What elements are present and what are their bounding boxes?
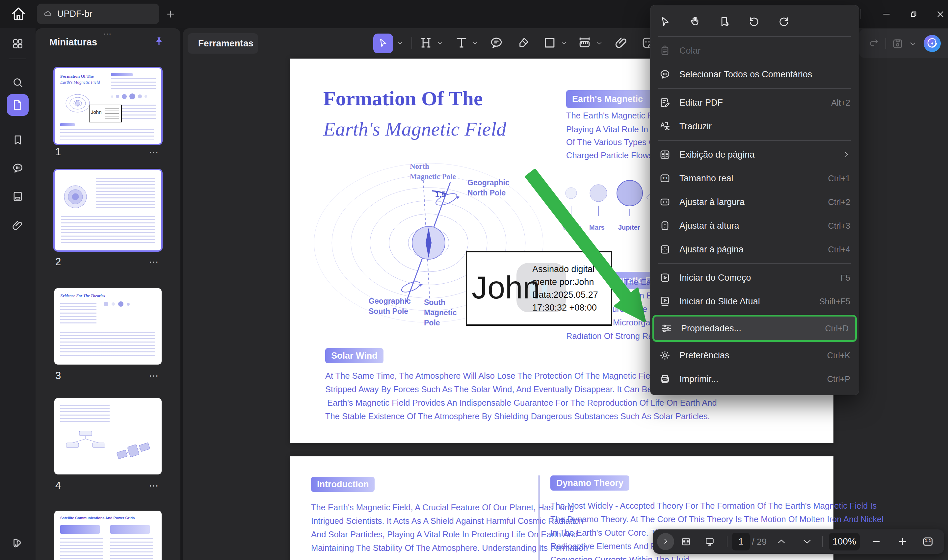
thumbnail-page-2[interactable]	[54, 170, 162, 251]
signature-info-line: Data:2025.05.27	[532, 289, 598, 302]
bookmark-icon[interactable]	[12, 134, 24, 146]
home-icon	[10, 5, 27, 22]
close-button[interactable]	[936, 9, 945, 19]
zoom-in-icon[interactable]	[897, 536, 908, 547]
menu-item-shortcut: Ctrl+4	[828, 245, 850, 254]
save-icon[interactable]	[891, 37, 904, 50]
signature-info: Assinado digital mente por:John Data:202…	[532, 263, 598, 314]
menu-item-shortcut: Ctrl+D	[825, 324, 849, 333]
signature-annotation[interactable]: u John Assinado digital mente por:John D…	[466, 251, 612, 326]
chevron-down-icon[interactable]	[396, 40, 404, 47]
window-controls	[860, 0, 948, 28]
comment-tool-icon[interactable]	[489, 35, 504, 50]
expand-button[interactable]	[657, 533, 674, 550]
bookmark-add-icon[interactable]	[718, 15, 731, 28]
menu-item-preferences[interactable]: Preferências Ctrl+K	[650, 343, 859, 367]
page-more-button[interactable]: ⋯	[149, 480, 159, 491]
menu-item-label: Iniciar do Começo	[680, 273, 841, 283]
highlighter-tool-icon[interactable]	[516, 35, 530, 50]
ai-swirl-icon	[923, 35, 941, 52]
hand-icon[interactable]	[689, 15, 701, 28]
attachment-icon[interactable]	[12, 219, 24, 232]
menu-item-page-display[interactable]: Exibição de página	[650, 143, 859, 166]
thumbnail-page-3[interactable]: Evidence For The Theories	[54, 288, 162, 365]
section-badge: Earth's Magnetic	[566, 90, 658, 108]
cursor-icon	[378, 37, 389, 49]
select-tool-button-active[interactable]	[373, 34, 393, 53]
minimize-button[interactable]	[882, 9, 891, 19]
new-tab-button[interactable]	[165, 9, 176, 19]
menu-item-properties-highlighted[interactable]: Propriedades... Ctrl+D	[650, 313, 859, 343]
shapes-tool-icon[interactable]	[543, 35, 557, 50]
home-button[interactable]	[10, 5, 27, 22]
menu-item-fit-page[interactable]: Ajustar à página Ctrl+4	[650, 238, 859, 261]
chevron-down-icon[interactable]	[560, 40, 567, 47]
zoom-out-icon[interactable]	[871, 536, 882, 547]
diagram-label-north-magnetic: North Magnetic Pole	[410, 161, 456, 182]
attach-file-tool-icon[interactable]	[614, 35, 629, 50]
rotate-left-icon[interactable]	[748, 15, 760, 28]
doc-text-line: Intrigued Scientists. It Acts As A Shiel…	[311, 516, 584, 526]
comment-icon[interactable]	[12, 162, 24, 174]
menu-item-fit-width[interactable]: Ajustar à largura Ctrl+2	[650, 190, 859, 214]
select-cursor-icon[interactable]	[659, 15, 672, 28]
tools-button[interactable]: Ferramentas	[188, 33, 258, 54]
menu-item-edit-pdf[interactable]: Editar PDF Alt+2	[650, 91, 859, 114]
chevron-down-icon[interactable]	[436, 40, 444, 47]
presentation-icon[interactable]	[704, 536, 715, 547]
menu-item-print[interactable]: Imprimir... Ctrl+P	[650, 367, 859, 391]
page-layout-icon[interactable]	[681, 536, 691, 547]
comment-icon	[659, 68, 671, 80]
heading-tool-icon[interactable]	[419, 35, 433, 50]
menu-item-start-from-current-slide[interactable]: Iniciar do Slide Atual Shift+F5	[650, 289, 859, 313]
divider	[860, 9, 861, 19]
menu-item-paste[interactable]: Colar	[650, 39, 859, 63]
text-lines	[96, 178, 155, 208]
redo-icon[interactable]	[868, 37, 880, 50]
properties-row[interactable]: Propriedades... Ctrl+D	[652, 315, 857, 342]
page-number-input[interactable]: 1	[732, 533, 750, 551]
menu-item-label: Editar PDF	[680, 98, 831, 108]
page-thumbnails-icon	[12, 99, 24, 111]
actual-size-button[interactable]: 1:1	[922, 535, 934, 548]
chevron-down-icon[interactable]	[596, 40, 603, 47]
chevron-down-icon[interactable]	[472, 40, 479, 47]
menu-item-translate[interactable]: Traduzir	[650, 114, 859, 138]
measure-tool-icon[interactable]	[577, 35, 592, 50]
thumbnail-page-5[interactable]: Satellite Communications And Power Grids	[54, 511, 162, 560]
menu-item-label: Colar	[680, 46, 850, 56]
zoom-level[interactable]: 100%	[829, 533, 860, 551]
menu-item-shortcut: Ctrl+P	[827, 374, 850, 384]
updf-ai-button[interactable]	[923, 35, 941, 52]
menu-item-select-all-comments[interactable]: Selecionar Todos os Comentários	[650, 63, 859, 86]
apps-grid-icon[interactable]	[12, 37, 24, 50]
menu-item-actual-size[interactable]: 1:1 Tamanho real Ctrl+1	[650, 166, 859, 190]
pin-icon[interactable]	[153, 35, 165, 48]
sidebar-item-thumbnails-active[interactable]	[7, 94, 29, 116]
text-lines	[61, 216, 155, 243]
mini-satellite	[114, 434, 153, 467]
page-number: 2	[55, 256, 61, 268]
color-swatches-icon[interactable]	[12, 537, 24, 549]
page-more-button[interactable]: ⋯	[149, 370, 159, 382]
chevron-down-icon[interactable]	[802, 536, 812, 547]
text-tool-icon[interactable]	[454, 35, 469, 50]
section-badge: Dynamo Theory	[550, 475, 629, 491]
page-more-button[interactable]: ⋯	[149, 256, 159, 268]
slideshow-icon[interactable]	[12, 190, 24, 203]
thumbnail-page-4[interactable]	[54, 398, 162, 474]
chevron-up-icon[interactable]	[776, 536, 787, 547]
thumbnail-page-1[interactable]: Formation Of The Earth's Magnetic Field …	[54, 68, 162, 144]
thumbnails-panel: ⋯ Miniaturas Formation Of The Earth's Ma…	[35, 28, 180, 560]
menu-item-start-from-beginning[interactable]: Iniciar do Começo F5	[650, 266, 859, 289]
restore-button[interactable]	[908, 9, 919, 19]
document-tab[interactable]: UPDF-br	[37, 4, 159, 24]
rotate-right-icon[interactable]	[777, 15, 790, 28]
search-icon[interactable]	[12, 76, 24, 89]
chevron-down-icon[interactable]	[908, 37, 917, 50]
clipboard-icon	[659, 45, 671, 57]
mini-circles	[104, 302, 130, 307]
tab-title: UPDF-br	[57, 9, 92, 19]
page-more-button[interactable]: ⋯	[149, 146, 159, 158]
menu-item-fit-height[interactable]: Ajustar à altura Ctrl+3	[650, 214, 859, 238]
